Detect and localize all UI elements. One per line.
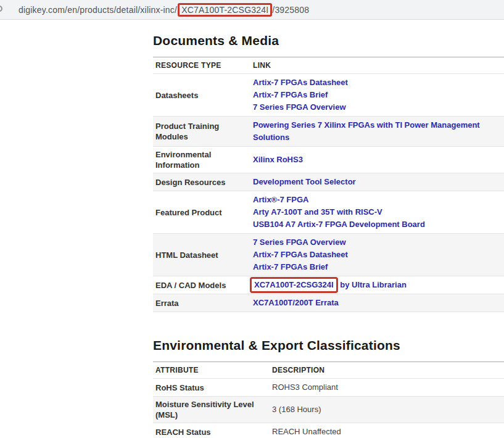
column-header-link: LINK — [250, 57, 273, 73]
document-link[interactable]: XC7A100T-2CSG324I by Ultra Librarian — [253, 279, 502, 291]
table-row: ErrataXC7A100T/200T Errata — [153, 294, 504, 312]
part-number-highlight-box: XC7A100T-2CSG324I — [250, 277, 338, 293]
resource-type-label: Product Training Modules — [153, 118, 250, 144]
resource-type-label: Environmental Information — [153, 147, 250, 173]
attribute-value: ROHS3 Compliant — [270, 379, 341, 396]
table-row: Featured ProductArtix®-7 FPGAArty A7-100… — [153, 191, 504, 234]
document-link[interactable]: Artix®-7 FPGA — [253, 194, 502, 206]
link-cell: Artix-7 FPGAs DatasheetArtix-7 FPGAs Bri… — [250, 74, 504, 116]
link-cell: XC7A100T-2CSG324I by Ultra Librarian — [250, 276, 504, 294]
link-cell: 7 Series FPGA OverviewArtix-7 FPGAs Data… — [250, 234, 504, 276]
resource-type-label: Errata — [153, 295, 250, 311]
url-text: digikey.com/en/products/detail/xilinx-in… — [19, 3, 309, 17]
attribute-value: 3 (168 Hours) — [270, 401, 323, 418]
column-header-resource-type: RESOURCE TYPE — [153, 57, 250, 73]
documents-media-table-header: RESOURCE TYPE LINK — [153, 57, 504, 74]
resource-type-label: Datasheets — [153, 88, 250, 103]
document-link[interactable]: Development Tool Selector — [253, 176, 502, 188]
url-part-number-highlight-box: XC7A100T-2CSG324I — [178, 3, 272, 17]
attribute-label: Moisture Sensitivity Level (MSL) — [153, 397, 270, 423]
resource-type-label: HTML Datasheet — [153, 247, 250, 263]
resource-type-label: Design Resources — [153, 175, 250, 190]
document-link[interactable]: Arty A7-100T and 35T with RISC-V — [253, 206, 502, 218]
column-header-description: DESCRIPTION — [270, 362, 327, 378]
link-cell: Xilinx RoHS3 — [250, 151, 504, 168]
browser-address-bar[interactable]: digikey.com/en/products/detail/xilinx-in… — [0, 0, 504, 20]
column-header-attribute: ATTRIBUTE — [153, 362, 270, 378]
table-row: EDA / CAD ModelsXC7A100T-2CSG324I by Ult… — [153, 276, 504, 294]
table-row: Product Training ModulesPowering Series … — [153, 117, 504, 147]
table-row: RoHS StatusROHS3 Compliant — [153, 379, 504, 397]
document-link[interactable]: Artix-7 FPGAs Brief — [253, 89, 502, 101]
attribute-label: RoHS Status — [153, 380, 270, 395]
document-link[interactable]: Powering Series 7 Xilinx FPGAs with TI P… — [253, 119, 502, 144]
attribute-value: REACH Unaffected — [270, 423, 344, 438]
resource-type-label: EDA / CAD Models — [153, 278, 250, 293]
table-row: HTML Datasheet7 Series FPGA OverviewArti… — [153, 234, 504, 276]
url-suffix: /3925808 — [272, 5, 309, 15]
document-link[interactable]: XC7A100T/200T Errata — [253, 297, 502, 309]
document-link[interactable]: Artix-7 FPGAs Datasheet — [253, 76, 502, 89]
table-row: Moisture Sensitivity Level (MSL)3 (168 H… — [153, 397, 504, 423]
resource-type-label: Featured Product — [153, 205, 250, 220]
link-cell: Development Tool Selector — [250, 173, 504, 191]
link-cell: Powering Series 7 Xilinx FPGAs with TI P… — [250, 117, 504, 146]
environmental-export-title: Environmental & Export Classifications — [153, 338, 504, 353]
documents-media-table: RESOURCE TYPE LINK DatasheetsArtix-7 FPG… — [153, 57, 504, 312]
environmental-export-table-header: ATTRIBUTE DESCRIPTION — [153, 362, 504, 379]
link-text: by Ultra Librarian — [338, 280, 407, 289]
document-link[interactable]: USB104 A7 Artix-7 FPGA Development Board — [253, 218, 502, 231]
environmental-export-table: ATTRIBUTE DESCRIPTION RoHS StatusROHS3 C… — [153, 362, 504, 438]
link-cell: XC7A100T/200T Errata — [250, 294, 504, 312]
table-row: Design ResourcesDevelopment Tool Selecto… — [153, 173, 504, 191]
document-link[interactable]: Xilinx RoHS3 — [253, 154, 502, 166]
url-prefix: digikey.com/en/products/detail/xilinx-in… — [19, 5, 177, 15]
link-cell: Artix®-7 FPGAArty A7-100T and 35T with R… — [250, 191, 504, 233]
site-info-icon[interactable] — [0, 6, 2, 12]
documents-media-title: Documents & Media — [153, 33, 504, 48]
page-content: Documents & Media RESOURCE TYPE LINK Dat… — [153, 33, 504, 438]
document-link[interactable]: Artix-7 FPGAs Datasheet — [253, 249, 502, 261]
document-link[interactable]: 7 Series FPGA Overview — [253, 236, 502, 249]
document-link[interactable]: 7 Series FPGA Overview — [253, 101, 502, 114]
table-row: DatasheetsArtix-7 FPGAs DatasheetArtix-7… — [153, 74, 504, 117]
table-row: Environmental InformationXilinx RoHS3 — [153, 147, 504, 173]
document-link[interactable]: Artix-7 FPGAs Brief — [253, 261, 502, 273]
attribute-label: REACH Status — [153, 424, 270, 438]
table-row: REACH StatusREACH Unaffected — [153, 423, 504, 438]
